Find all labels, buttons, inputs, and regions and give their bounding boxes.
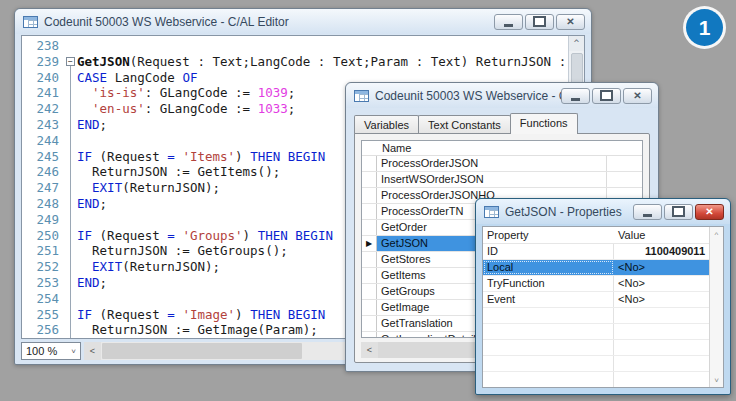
close-button[interactable]: [623, 88, 652, 104]
properties-vertical-scrollbar[interactable]: ^ ˅: [709, 227, 723, 387]
step-1-badge: 1: [686, 9, 723, 46]
scroll-down-icon[interactable]: ˅: [710, 373, 723, 387]
maximize-button[interactable]: [592, 88, 621, 104]
properties-titlebar[interactable]: GetJSON - Properties: [476, 199, 730, 224]
property-row[interactable]: Event<No>: [483, 292, 709, 308]
property-value: [614, 356, 709, 371]
functions-window-titlebar[interactable]: Codeunit 50003 WS Webservice - C/...: [346, 83, 658, 108]
line-number-gutter: 2382392402412422432442452462472482492502…: [22, 36, 64, 338]
line-number: 238: [22, 38, 59, 54]
empty-property-row[interactable]: [483, 324, 709, 340]
properties-table: Property Value ID1100409011Local<No>TryF…: [482, 226, 724, 388]
function-name[interactable]: InsertWSOrderJSON: [377, 172, 607, 187]
line-number: 250: [22, 228, 59, 244]
close-button[interactable]: [556, 14, 585, 30]
tab-text-constants[interactable]: Text Constants: [418, 115, 511, 134]
property-name[interactable]: ID: [483, 244, 614, 259]
function-row[interactable]: ProcessOrderJSON: [362, 156, 642, 172]
line-number: 255: [22, 307, 59, 323]
properties-table-icon: [484, 206, 499, 218]
tab-strip: VariablesText ConstantsFunctions: [354, 113, 650, 134]
zoom-value: 100 %: [26, 345, 71, 357]
maximize-button[interactable]: [664, 204, 693, 220]
property-value: [614, 308, 709, 323]
property-row[interactable]: Local<No>: [483, 260, 709, 276]
property-column-header: Property: [483, 227, 614, 243]
scroll-left-icon[interactable]: <: [84, 342, 101, 360]
function-name[interactable]: ProcessOrderJSON: [377, 156, 607, 171]
row-selector-cell[interactable]: [362, 332, 377, 338]
row-selector-cell[interactable]: [362, 300, 377, 315]
scroll-up-icon[interactable]: ^: [710, 227, 723, 241]
zoom-dropdown[interactable]: 100 % ˅: [21, 342, 81, 360]
line-number: 256: [22, 322, 59, 338]
scroll-up-icon[interactable]: ^: [569, 36, 584, 51]
cal-editor-titlebar[interactable]: Codeunit 50003 WS Webservice - C/AL Edit…: [15, 9, 591, 34]
line-number: 245: [22, 149, 59, 165]
property-row[interactable]: ID1100409011: [483, 244, 709, 260]
minimize-button[interactable]: [494, 14, 523, 30]
line-number: 251: [22, 243, 59, 259]
chevron-down-icon: ˅: [71, 347, 76, 356]
fold-guide-line: [70, 62, 71, 338]
property-row[interactable]: TryFunction<No>: [483, 276, 709, 292]
empty-property-row[interactable]: [483, 372, 709, 388]
properties-header-row: Property Value: [483, 227, 709, 244]
close-button[interactable]: [695, 204, 724, 220]
fold-collapse-icon[interactable]: −: [66, 57, 75, 66]
line-number: 240: [22, 70, 59, 86]
property-value[interactable]: 1100409011: [614, 244, 709, 259]
property-name: [483, 340, 614, 355]
line-number: 248: [22, 196, 59, 212]
property-value[interactable]: <No>: [614, 276, 709, 291]
cal-editor-title: Codeunit 50003 WS Webservice - C/AL Edit…: [44, 15, 494, 29]
row-selector-cell[interactable]: [362, 252, 377, 267]
row-selector-cell[interactable]: [362, 156, 377, 171]
selected-row-icon[interactable]: ▶: [362, 236, 377, 251]
line-number: 254: [22, 291, 59, 307]
line-number: 249: [22, 212, 59, 228]
line-number: 257: [22, 338, 59, 339]
properties-title: GetJSON - Properties: [505, 205, 633, 219]
line-number: 252: [22, 259, 59, 275]
code-line: GetJSON(Request : Text;LangCode : Text;P…: [77, 54, 568, 70]
functions-window-title: Codeunit 50003 WS Webservice - C/...: [375, 89, 561, 103]
property-name: [483, 324, 614, 339]
property-name[interactable]: TryFunction: [483, 276, 614, 291]
row-selector-cell[interactable]: [362, 284, 377, 299]
row-selector-cell[interactable]: [362, 268, 377, 283]
row-selector-cell[interactable]: [362, 172, 377, 187]
row-selector-cell[interactable]: [362, 204, 377, 219]
value-column-header: Value: [614, 227, 709, 243]
row-selector-cell[interactable]: [362, 316, 377, 331]
property-value[interactable]: <No>: [614, 260, 709, 275]
empty-property-row[interactable]: [483, 340, 709, 356]
empty-property-row[interactable]: [483, 356, 709, 372]
line-number: 244: [22, 133, 59, 149]
code-line: [77, 38, 568, 54]
tab-variables[interactable]: Variables: [354, 115, 419, 134]
row-selector-cell[interactable]: [362, 220, 377, 235]
properties-window: GetJSON - Properties Property Value ID11…: [475, 198, 731, 395]
function-row[interactable]: InsertWSOrderJSON: [362, 172, 642, 188]
line-number: 243: [22, 117, 59, 133]
empty-property-row[interactable]: [483, 308, 709, 324]
property-value[interactable]: <No>: [614, 292, 709, 307]
tab-functions[interactable]: Functions: [510, 113, 578, 134]
scroll-left-icon[interactable]: <: [361, 342, 378, 358]
property-name[interactable]: Local: [483, 260, 614, 275]
codeunit-table-icon: [354, 90, 369, 102]
property-name[interactable]: Event: [483, 292, 614, 307]
name-column-header: Name: [362, 141, 642, 156]
line-number: 253: [22, 275, 59, 291]
property-value: [614, 372, 709, 387]
code-fold-column: −: [64, 36, 77, 338]
minimize-button[interactable]: [633, 204, 662, 220]
row-selector-cell[interactable]: [362, 188, 377, 203]
property-name: [483, 356, 614, 371]
minimize-button[interactable]: [561, 88, 590, 104]
property-name: [483, 372, 614, 387]
maximize-button[interactable]: [525, 14, 554, 30]
property-value: [614, 324, 709, 339]
horizontal-scroll-thumb[interactable]: [102, 343, 302, 359]
